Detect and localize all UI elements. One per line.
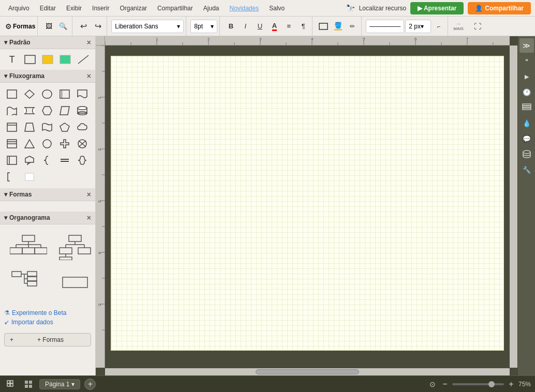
flow-rect[interactable] — [4, 87, 20, 101]
flow-rect3[interactable] — [4, 137, 20, 151]
horizontal-scrollbar[interactable] — [105, 368, 510, 375]
stroke-color-button[interactable]: ✏ — [346, 20, 359, 33]
menu-organizar[interactable]: Organizar — [115, 3, 151, 14]
add-page-button[interactable]: + — [84, 379, 96, 390]
image-button[interactable]: 🖼 — [42, 20, 55, 33]
italic-button[interactable]: I — [239, 20, 252, 33]
flow-hexagon[interactable] — [39, 103, 55, 118]
fluxograma-panel-header[interactable]: ▾ Fluxograma × — [0, 70, 95, 83]
page-1-tab[interactable]: Página 1 ▾ — [39, 379, 80, 389]
flow-triangle[interactable] — [22, 137, 37, 151]
flow-circle[interactable] — [39, 137, 55, 151]
org-tree-2[interactable] — [54, 232, 96, 263]
flow-doc[interactable] — [75, 87, 90, 101]
collapse-panel-icon[interactable]: ≫ — [519, 38, 534, 53]
hscroll-thumb[interactable] — [256, 369, 359, 374]
flow-brace[interactable] — [39, 153, 55, 168]
beta-link[interactable]: ⚗ Experimente o Beta — [4, 309, 91, 316]
undo-button[interactable]: ↩ — [77, 20, 90, 33]
flow-callout[interactable] — [22, 153, 37, 168]
flow-tape[interactable] — [4, 103, 20, 118]
organograma-close-icon[interactable]: × — [87, 214, 91, 221]
flow-white[interactable] — [22, 170, 37, 184]
text-shape[interactable]: T — [4, 52, 20, 67]
flow-equals[interactable] — [57, 153, 72, 168]
layers-icon[interactable] — [519, 100, 534, 115]
stroke-style-select[interactable]: ————— — [366, 20, 404, 33]
org-single-rect[interactable] — [54, 267, 96, 298]
present-button[interactable]: ▶ Apresentar — [410, 2, 464, 14]
formas-panel-header[interactable]: ▾ Formas × — [0, 188, 95, 201]
quote-icon[interactable]: ❝ — [519, 54, 534, 68]
flow-rect4[interactable] — [4, 153, 20, 168]
clock-icon[interactable]: 🕐 — [519, 85, 534, 99]
wrench-icon[interactable]: 🔧 — [519, 162, 534, 177]
align-button[interactable]: ≡ — [282, 20, 295, 33]
droplet-icon[interactable]: 💧 — [519, 116, 534, 130]
fullscreen-button[interactable]: ⛶ — [471, 20, 484, 33]
padrao-panel-header[interactable]: ▾ Padrão × — [0, 36, 95, 49]
text-dir-button[interactable]: ¶ — [296, 20, 310, 33]
flow-dbl-rect[interactable] — [57, 87, 72, 101]
organograma-panel-header[interactable]: ▾ Organograma × — [0, 212, 95, 224]
canvas-scroll[interactable]: 1 2 3 4 5 — [96, 36, 517, 375]
green-rect-shape[interactable] — [57, 52, 73, 67]
import-link[interactable]: ↙ Importar dados — [4, 319, 91, 326]
flow-wave[interactable] — [39, 120, 55, 134]
yellow-rect-shape[interactable] — [40, 52, 55, 67]
zoom-in-button[interactable]: + — [506, 380, 516, 389]
font-color-button[interactable]: A — [268, 20, 281, 33]
flow-xmark[interactable] — [75, 137, 90, 151]
menu-novidades[interactable]: Novidades — [226, 3, 263, 14]
menu-grid-button[interactable] — [4, 379, 18, 390]
flow-bracket[interactable] — [4, 170, 20, 184]
font-size-select[interactable]: 8pt ▾ — [190, 20, 217, 33]
vertical-scrollbar[interactable] — [510, 46, 517, 368]
padrao-close-icon[interactable]: × — [87, 39, 91, 46]
flow-parallelogram[interactable] — [57, 103, 72, 118]
menu-compartilhar[interactable]: Compartilhar — [153, 3, 197, 14]
search-button[interactable]: 🔍 — [56, 20, 70, 33]
fluxograma-close-icon[interactable]: × — [87, 72, 91, 80]
flow-cloud[interactable] — [75, 120, 90, 134]
canvas-area[interactable] — [105, 46, 510, 368]
zoom-out-button[interactable]: − — [440, 380, 450, 389]
flow-rounded-rect[interactable] — [39, 87, 55, 101]
locate-resource-label[interactable]: Localizar recurso — [359, 5, 406, 12]
underline-button[interactable]: U — [253, 20, 266, 33]
zoom-slider-thumb[interactable] — [488, 381, 495, 387]
database-icon[interactable] — [519, 147, 534, 161]
connector-button[interactable]: ⌐ — [432, 20, 445, 33]
menu-exibir[interactable]: Exibir — [62, 3, 86, 14]
flow-plus[interactable] — [57, 137, 72, 151]
zoom-slider[interactable] — [452, 383, 504, 385]
formas-close-icon[interactable]: × — [87, 191, 91, 198]
comment-icon[interactable]: 💬 — [519, 131, 534, 146]
bold-button[interactable]: B — [224, 20, 237, 33]
more-button[interactable]: ··· MAIS — [450, 20, 467, 32]
flow-pentagon[interactable] — [57, 120, 72, 134]
flow-rect2[interactable] — [4, 120, 20, 134]
pages-grid-button[interactable] — [22, 379, 35, 390]
flow-curly[interactable] — [75, 153, 90, 168]
redo-button[interactable]: ↪ — [91, 20, 105, 33]
share-button[interactable]: 👤 Compartilhar — [468, 2, 531, 14]
org-tree-3[interactable] — [7, 267, 50, 298]
menu-editar[interactable]: Editar — [36, 3, 60, 14]
flow-trapezoid[interactable] — [22, 120, 37, 134]
flow-cylinder[interactable] — [75, 103, 90, 118]
flow-diamond[interactable] — [22, 87, 37, 101]
rect-shape[interactable] — [22, 52, 37, 67]
rect-shape-button[interactable] — [317, 20, 330, 33]
font-family-select[interactable]: Liberation Sans ▾ — [111, 20, 184, 33]
drawing-canvas[interactable] — [111, 56, 504, 351]
add-shapes-button[interactable]: + + Formas — [4, 333, 91, 346]
flow-stadium[interactable] — [22, 103, 37, 118]
menu-ajuda[interactable]: Ajuda — [199, 3, 224, 14]
org-tree-1[interactable] — [7, 232, 50, 263]
menu-arquivo[interactable]: Arquivo — [4, 3, 34, 14]
stroke-width-select[interactable]: 2 px ▾ — [405, 20, 431, 33]
menu-inserir[interactable]: Inserir — [88, 3, 113, 14]
video-icon[interactable]: ▶ — [519, 69, 534, 84]
fill-color-button[interactable]: 🪣 — [331, 20, 345, 33]
